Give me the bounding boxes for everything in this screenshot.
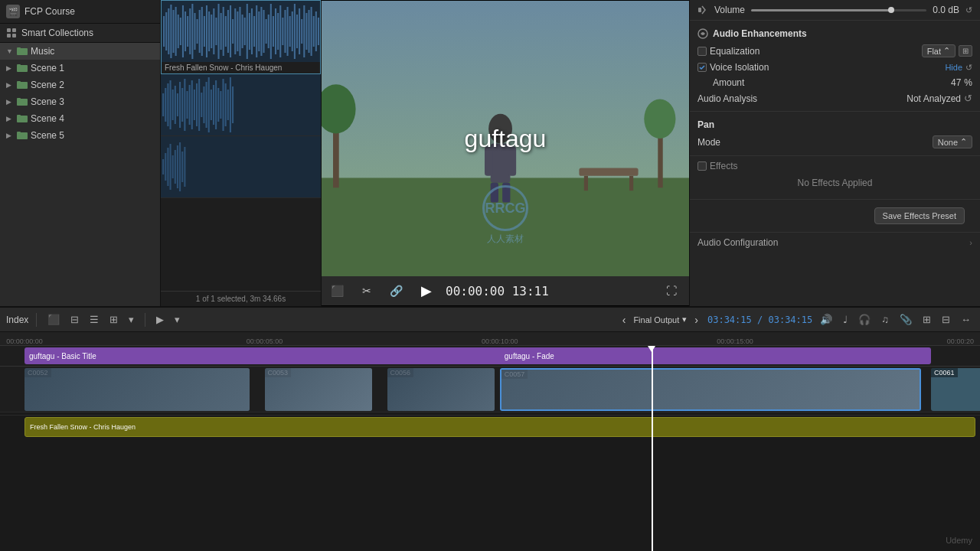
svg-rect-73 (296, 15, 298, 48)
zoom-in-btn[interactable]: ⊞ (920, 312, 934, 327)
timeline-prev-btn[interactable]: ‹ (618, 312, 631, 328)
audio-config-row[interactable]: Audio Configuration › (690, 232, 980, 253)
solo-btn[interactable]: ♫ (878, 312, 892, 327)
equalization-checkbox[interactable] (697, 47, 707, 56)
amount-label: Amount (713, 77, 744, 88)
svg-rect-121 (177, 145, 178, 188)
svg-rect-22 (175, 7, 177, 56)
audio-analysis-row: Audio Analysis Not Analyzed ↺ (697, 90, 972, 106)
audio-clip-1[interactable]: Fresh Fallen Snow - Chris Haugen (161, 0, 321, 74)
pan-label: Pan (697, 116, 972, 133)
sidebar-item-scene2[interactable]: ▶ Scene 2 (0, 77, 160, 93)
tl-select-btn[interactable]: ▶ (153, 312, 167, 327)
pan-mode-row: Mode None ⌃ (697, 133, 972, 151)
sidebar-item-music[interactable]: ▼ Music (0, 43, 160, 60)
svg-rect-82 (318, 18, 319, 45)
zoom-btn[interactable]: ✂ (358, 283, 376, 298)
svg-rect-15 (17, 132, 21, 133)
music-btn[interactable]: ♩ (840, 312, 851, 327)
svg-rect-60 (266, 19, 267, 44)
video-clip-c0052[interactable]: C0052 (24, 368, 250, 411)
output-label-btn[interactable]: Final Output (633, 315, 679, 324)
scene5-folder-icon (17, 130, 28, 141)
svg-rect-34 (204, 16, 205, 47)
voice-isolation-checkbox[interactable] (697, 63, 707, 72)
svg-rect-75 (301, 19, 302, 44)
svg-rect-79 (311, 7, 312, 56)
svg-rect-65 (277, 13, 279, 50)
video-clip-c0057[interactable]: C0057 (500, 368, 921, 411)
voice-isolation-reset[interactable]: ↺ (965, 63, 972, 73)
video-clip-c0053[interactable]: C0053 (265, 368, 373, 411)
svg-rect-110 (225, 83, 227, 126)
voice-isolation-hide[interactable]: Hide (945, 63, 962, 72)
effects-section: Effects No Effects Applied (690, 156, 980, 200)
audio-clip-2[interactable] (161, 74, 321, 136)
audio-meter-btn[interactable]: 🔊 (817, 312, 835, 327)
clip-view-btn[interactable]: ⬛ (326, 283, 348, 298)
svg-rect-39 (215, 18, 217, 45)
svg-rect-78 (308, 10, 309, 53)
equalization-select[interactable]: Flat ⌃ (922, 44, 956, 57)
video-clip-c0061[interactable]: C0061 (931, 368, 980, 411)
tl-clip-view-btn[interactable]: ⬛ (44, 312, 63, 327)
audio-clip-fresh-fallen[interactable]: Fresh Fallen Snow - Chris Haugen (24, 417, 975, 437)
video-clip-c0056[interactable]: C0056 (387, 368, 495, 411)
timeline-next-btn[interactable]: › (690, 312, 703, 328)
volume-slider[interactable] (751, 9, 926, 11)
sidebar-item-scene1[interactable]: ▶ Scene 1 (0, 60, 160, 77)
svg-rect-50 (242, 15, 243, 48)
svg-rect-101 (203, 86, 204, 123)
audio-analysis-btn[interactable]: ↺ (964, 93, 972, 104)
svg-rect-87 (169, 80, 171, 129)
effects-checkbox[interactable] (697, 161, 707, 171)
voice-isolation-label: Voice Isolation (710, 62, 769, 73)
pan-mode-select[interactable]: None ⌃ (933, 135, 972, 148)
headphone-btn[interactable]: 🎧 (855, 312, 874, 327)
eq-settings-btn[interactable]: ⊞ (959, 45, 972, 57)
fit-btn[interactable]: ↔ (958, 312, 974, 327)
clip-btn[interactable]: 📎 (897, 312, 915, 327)
svg-rect-13 (17, 115, 21, 116)
volume-reset-btn[interactable]: ↺ (965, 5, 972, 15)
clip1-label: Fresh Fallen Snow - Chris Haugen (162, 62, 320, 73)
sidebar-item-scene3[interactable]: ▶ Scene 3 (0, 93, 160, 110)
sidebar-item-scene5[interactable]: ▶ Scene 5 (0, 127, 160, 144)
svg-rect-96 (191, 80, 193, 129)
tl-select-dropdown[interactable]: ▾ (172, 312, 183, 327)
expand-arrow-music: ▼ (6, 47, 14, 55)
play-button[interactable]: ▶ (416, 281, 436, 301)
svg-rect-0 (7, 28, 11, 32)
audio-clip-3[interactable] (161, 136, 321, 198)
voice-isolation-row: Voice Isolation Hide ↺ (697, 60, 972, 75)
audio-config-expand: › (969, 238, 972, 247)
svg-rect-7 (17, 64, 21, 66)
scene4-label: Scene 4 (31, 113, 154, 124)
svg-rect-129 (629, 176, 633, 191)
title-clip-1[interactable]: guftagu - Basic Title (24, 347, 505, 364)
tl-dropdown-btn[interactable]: ▾ (126, 312, 137, 327)
sidebar-item-scene4[interactable]: ▶ Scene 4 (0, 110, 160, 127)
tl-divider-2 (145, 313, 145, 327)
fullscreen-button[interactable]: ⛶ (662, 283, 681, 298)
title-clip-2[interactable]: guftagu - Fade (500, 347, 931, 364)
svg-rect-140 (698, 8, 701, 12)
svg-rect-37 (211, 15, 212, 48)
tl-split-view-btn[interactable]: ⊟ (67, 312, 82, 327)
svg-rect-49 (239, 7, 240, 56)
svg-rect-68 (284, 10, 286, 53)
svg-rect-42 (223, 7, 224, 56)
save-preset-button[interactable]: Save Effects Preset (874, 207, 965, 224)
zoom-out-btn[interactable]: ⊟ (939, 312, 953, 327)
playhead-line (652, 346, 653, 551)
smart-collections-item[interactable]: Smart Collections (0, 24, 160, 43)
tl-toggle-btn[interactable]: ⊞ (106, 312, 121, 327)
svg-rect-14 (17, 132, 28, 139)
output-dropdown-btn[interactable]: ▾ (682, 315, 687, 324)
svg-rect-25 (182, 5, 184, 57)
svg-rect-26 (185, 11, 186, 51)
tl-list-view-btn[interactable]: ☰ (87, 312, 102, 327)
svg-rect-120 (175, 150, 176, 184)
tool-btn[interactable]: 🔗 (385, 283, 407, 298)
music-label: Music (31, 46, 154, 57)
